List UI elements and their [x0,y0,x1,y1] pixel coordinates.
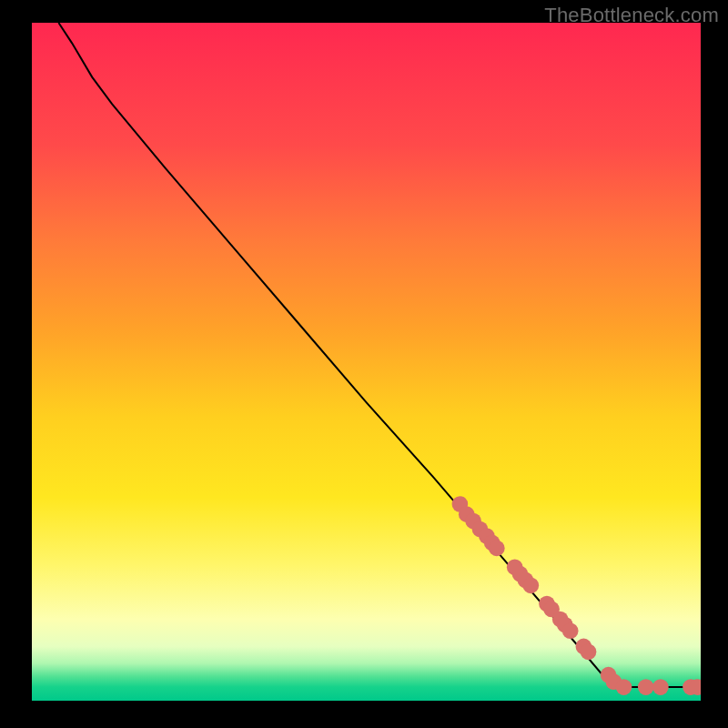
data-marker [690,679,706,695]
data-marker [489,541,505,557]
plot-background [32,23,701,701]
watermark-text: TheBottleneck.com [544,4,719,27]
data-marker [581,644,597,661]
data-marker [652,679,669,695]
data-marker [522,578,539,594]
data-marker [562,622,579,639]
chart-frame: TheBottleneck.com [0,0,728,728]
data-marker [638,679,654,695]
chart-canvas [0,0,728,728]
data-marker [616,679,632,695]
